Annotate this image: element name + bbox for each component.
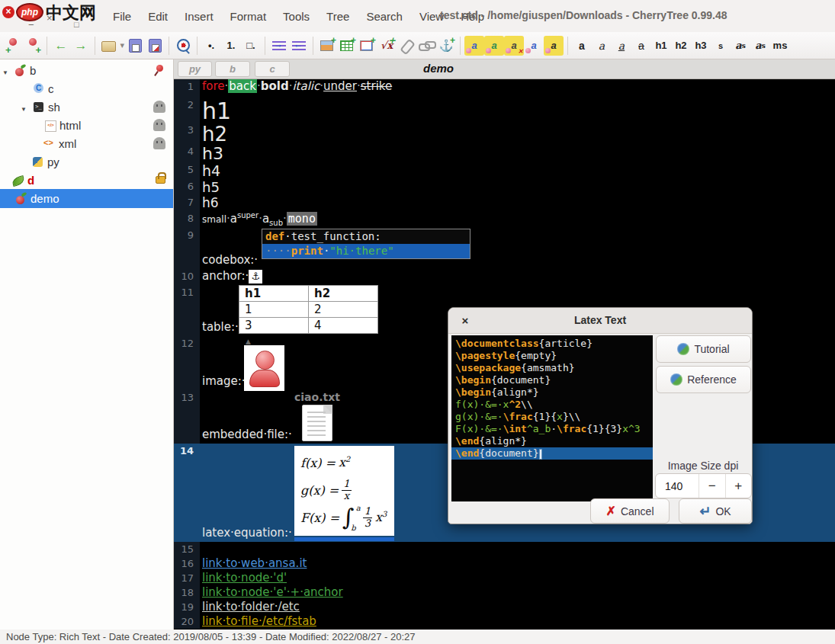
- link-to-web[interactable]: link·to·web·ansa.it: [202, 556, 307, 570]
- monospace-button[interactable]: ms: [770, 36, 790, 56]
- h1-button[interactable]: h1: [651, 36, 671, 56]
- tree-node-sh[interactable]: sh: [0, 98, 173, 116]
- tree-node-c[interactable]: c: [0, 79, 173, 98]
- format-color-bg-button[interactable]: a: [484, 36, 504, 56]
- add-subnode-button[interactable]: [23, 36, 43, 56]
- table-object[interactable]: h1h21234: [239, 285, 378, 334]
- menu-insert[interactable]: Insert: [185, 10, 214, 23]
- ok-button[interactable]: ↵ OK: [679, 498, 752, 524]
- menu-search[interactable]: Search: [366, 10, 403, 23]
- insert-latex-button[interactable]: √x: [377, 36, 397, 56]
- recent-node-button-c[interactable]: c: [255, 61, 290, 77]
- find-node-button[interactable]: [173, 36, 193, 56]
- h2-button[interactable]: h2: [671, 36, 691, 56]
- underline-text: under: [323, 79, 357, 93]
- tree-node-b[interactable]: b: [0, 61, 173, 79]
- tree-node-xml[interactable]: xml: [0, 134, 173, 152]
- c-lang-icon: [33, 83, 44, 95]
- recent-node-button-b[interactable]: b: [215, 61, 250, 77]
- link-to-node-e-anchor[interactable]: link·to·node·'e'·+·anchor: [202, 585, 343, 599]
- dialog-titlebar[interactable]: × Latex Text: [448, 308, 752, 334]
- tree-node-label: b: [30, 64, 36, 77]
- link-to-file[interactable]: link·to·file·/etc/fstab: [202, 614, 316, 628]
- bold-button[interactable]: a: [572, 36, 592, 56]
- link-to-node-d[interactable]: link·to·node·'d': [202, 571, 287, 585]
- code-line: \end{document}: [451, 447, 653, 460]
- add-node-button[interactable]: [3, 36, 23, 56]
- go-back-button[interactable]: ←: [51, 36, 71, 56]
- tree-node-py[interactable]: py: [0, 152, 173, 171]
- strike-button[interactable]: a: [631, 36, 651, 56]
- titlebar[interactable]: × php 中文网 − × □ FileEditInsertFormatTool…: [0, 0, 835, 32]
- insert-anchor-button[interactable]: ⚓: [436, 36, 456, 56]
- small-button[interactable]: s: [711, 36, 731, 56]
- tree-node-html[interactable]: html: [0, 116, 173, 134]
- insert-codebox-button[interactable]: [357, 36, 377, 56]
- menu-file[interactable]: File: [113, 10, 131, 23]
- tutorial-button[interactable]: Tutorial: [656, 335, 751, 363]
- embedded-image[interactable]: [244, 345, 284, 391]
- dpi-value-field[interactable]: 140: [656, 474, 699, 498]
- menu-tools[interactable]: Tools: [283, 10, 310, 23]
- go-forward-button[interactable]: →: [71, 36, 91, 56]
- superscript-button[interactable]: as: [731, 36, 750, 56]
- cancel-button[interactable]: ✗ Cancel: [590, 498, 670, 524]
- editor-header: py b c demo: [174, 59, 835, 79]
- minimize-button[interactable]: −: [28, 19, 34, 30]
- equation-2: g(x) = 1x: [300, 476, 394, 504]
- cherry-icon: [14, 65, 26, 76]
- anchor-icon[interactable]: ⚓: [249, 270, 262, 284]
- embedded-file-icon[interactable]: [302, 405, 332, 441]
- menubar: FileEditInsertFormatToolsTreeSearchViewH…: [113, 0, 484, 32]
- insert-link-button[interactable]: [416, 36, 436, 56]
- dpi-decrement-button[interactable]: −: [699, 474, 726, 498]
- code-line: \documentclass{article}: [451, 338, 653, 350]
- italic-button[interactable]: a: [592, 36, 612, 56]
- tree-node-label: py: [47, 155, 59, 168]
- latex-equation-image[interactable]: f(x) = x2 g(x) = 1x F(x) = ∫ab 13: [294, 446, 394, 536]
- h3-button[interactable]: h3: [691, 36, 711, 56]
- numbered-list-button[interactable]: 1.: [221, 36, 241, 56]
- link-to-folder[interactable]: link·to·folder·/etc: [202, 600, 300, 614]
- tree-node-d[interactable]: d: [0, 171, 173, 189]
- save-button[interactable]: [125, 36, 145, 56]
- line-number: 8: [174, 211, 200, 228]
- line-number: 19: [174, 600, 200, 614]
- underline-button[interactable]: a: [612, 36, 631, 56]
- insert-table-button[interactable]: [337, 36, 357, 56]
- dpi-increment-button[interactable]: +: [726, 474, 752, 498]
- format-color-fg-button[interactable]: a: [524, 36, 544, 56]
- codebox-object[interactable]: def·test_function:····print·"hi·there": [262, 229, 470, 259]
- expander-icon[interactable]: [21, 101, 29, 114]
- indent-less-button[interactable]: [289, 36, 309, 56]
- bullet-list-button[interactable]: •.: [201, 36, 221, 56]
- format-clear-button[interactable]: a: [504, 36, 524, 56]
- node-status-text: Node Type: Rich Text - Date Created: 201…: [6, 631, 415, 642]
- code-line: \begin{document}: [451, 374, 653, 386]
- tree-node-demo[interactable]: demo: [0, 189, 173, 208]
- open-file-button[interactable]: [99, 36, 125, 56]
- attach-file-button[interactable]: [397, 36, 416, 56]
- subscript-button[interactable]: as: [750, 36, 770, 56]
- code-line: \end{align*}: [451, 435, 653, 447]
- cancel-x-icon: ✗: [606, 504, 616, 518]
- reference-button[interactable]: Reference: [656, 366, 751, 393]
- empty-line: [200, 542, 835, 556]
- close-button[interactable]: ×: [47, 12, 53, 24]
- menu-edit[interactable]: Edit: [148, 10, 168, 23]
- maximize-button[interactable]: □: [74, 20, 79, 29]
- menu-format[interactable]: Format: [230, 10, 267, 23]
- todo-list-button[interactable]: □.: [241, 36, 261, 56]
- indent-more-button[interactable]: [269, 36, 289, 56]
- menu-tree[interactable]: Tree: [326, 10, 349, 23]
- format-highlight-button[interactable]: a: [544, 36, 564, 56]
- latex-source-textarea[interactable]: \documentclass{article}\pagestyle{empty}…: [451, 335, 653, 501]
- table-row: 12: [239, 302, 378, 318]
- expander-icon[interactable]: [2, 64, 11, 77]
- recent-node-button-py[interactable]: py: [178, 61, 212, 77]
- insert-image-button[interactable]: [317, 36, 337, 56]
- codebox-label: codebox:·: [202, 253, 258, 267]
- save-as-button[interactable]: [145, 36, 165, 56]
- image-label: image:·: [202, 374, 246, 388]
- format-latest-button[interactable]: a: [464, 36, 484, 56]
